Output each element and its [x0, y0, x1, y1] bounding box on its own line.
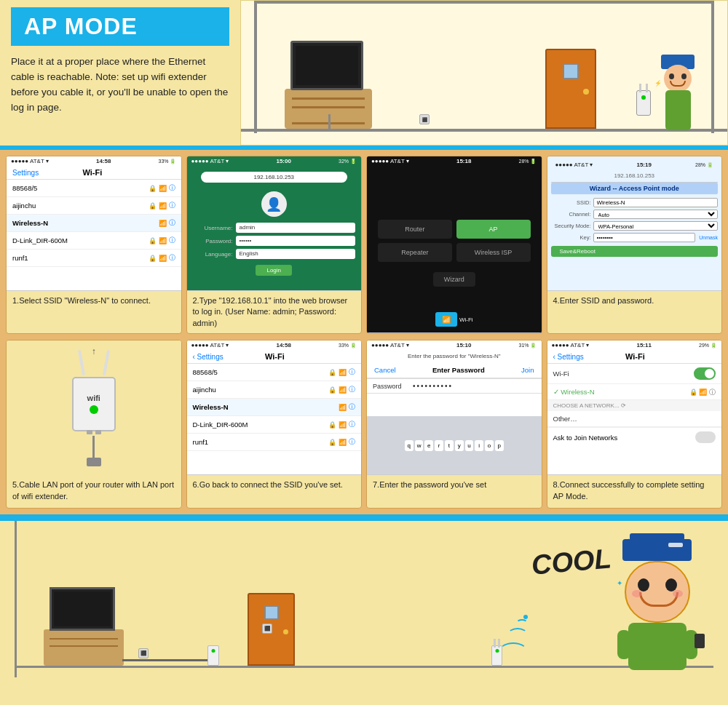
back-btn-6[interactable]: ‹ Settings	[193, 353, 223, 361]
top-description: Place it at a proper place where the Eth…	[11, 55, 229, 116]
steps-row-1: ●●●●● AT&T ▾ 14:58 33% 🔋 Settings Wi-Fi …	[6, 156, 722, 334]
wifi-item-wireless-n-1[interactable]: Wireless-N 📶ⓘ	[7, 215, 181, 232]
steps-row-2: wifi ↑ 5.Cable LAN p	[6, 340, 722, 509]
step-1-description: 1.Select SSID "Wireless-N" to connect.	[7, 291, 181, 324]
step-6-screen: ●●●●● AT&T ▾ 14:58 33% 🔋 ‹ Settings Wi-F…	[187, 340, 362, 475]
wifi-item-runf1[interactable]: runf1 🔒📶ⓘ	[7, 250, 181, 267]
cool-character-area: COOL ✦ ✧ ✦	[622, 532, 692, 670]
pw-label: Password	[373, 383, 413, 390]
room-illustration-top: ⬛	[240, 0, 728, 146]
pw-hint: Enter the password for "Wireless-N"	[367, 350, 542, 362]
carrier-7: ●●●●● AT&T ▾	[371, 342, 409, 348]
step-6-card: ●●●●● AT&T ▾ 14:58 33% 🔋 ‹ Settings Wi-F…	[186, 340, 363, 509]
join-btn[interactable]: Join	[521, 366, 534, 374]
battery-1: 33% 🔋	[159, 159, 177, 164]
carrier-6: ●●●●● AT&T ▾	[191, 342, 229, 348]
step-8-card: ●●●●● AT&T ▾ 15:11 29% 🔋 ‹ Settings Wi-F…	[547, 340, 723, 509]
outlet-bottom-tv: ⬛	[138, 648, 149, 658]
time-1: 14:58	[96, 158, 111, 164]
username-input[interactable]: admin	[236, 223, 356, 233]
wifi-item-runf1-6[interactable]: runf1 🔒📶ⓘ	[187, 434, 362, 451]
step-7-screen: ●●●●● AT&T ▾ 15:10 31% 🔋 Enter the passw…	[367, 340, 542, 475]
key-input[interactable]	[593, 233, 696, 242]
save-reboot-btn[interactable]: Save&Reboot	[551, 246, 719, 257]
extender-bottom-mid	[207, 645, 219, 666]
ssid-input[interactable]	[593, 198, 719, 207]
step-4-screen: ●●●●● AT&T ▾ 15:19 28% 🔋 192.168.10.253 …	[547, 156, 722, 291]
step-1-screen: ●●●●● AT&T ▾ 14:58 33% 🔋 Settings Wi-Fi …	[7, 156, 181, 291]
wireless-isp-btn[interactable]: Wireless ISP	[456, 243, 531, 262]
wifi-title-1: Wi-Fi	[82, 168, 102, 177]
enter-password-title: Enter Password	[432, 366, 485, 374]
repeater-btn[interactable]: Repeater	[378, 243, 452, 262]
ask-join-toggle[interactable]	[695, 431, 716, 443]
steps-section: ●●●●● AT&T ▾ 14:58 33% 🔋 Settings Wi-Fi …	[0, 150, 728, 514]
wifi-item-dlink[interactable]: D-Link_DIR-600M 🔒📶ⓘ	[7, 232, 181, 250]
back-btn-8[interactable]: ‹ Settings	[553, 353, 584, 361]
wifi-item-88568[interactable]: 88568/5 🔒📶ⓘ	[7, 180, 181, 197]
carrier-1: ●●●●● AT&T ▾	[11, 158, 49, 164]
time-2: 15:00	[276, 158, 290, 164]
step-2-card: ●●●●● AT&T ▾ 15:00 32% 🔋 192.168.10.253 …	[186, 156, 363, 334]
step-4-card: ●●●●● AT&T ▾ 15:19 28% 🔋 192.168.10.253 …	[547, 156, 723, 334]
url-bar[interactable]: 192.168.10.253	[201, 172, 347, 183]
ap-btn[interactable]: AP	[456, 220, 531, 239]
connected-network[interactable]: ✓ Wireless-N 🔒 📶 ⓘ	[547, 384, 722, 400]
time-6: 14:58	[276, 342, 290, 348]
wifi-item-dlink-6[interactable]: D-Link_DIR-600M 🔒📶ⓘ	[187, 416, 362, 434]
other-option[interactable]: Other…	[547, 411, 722, 427]
security-select[interactable]: WPA-Personal	[593, 221, 719, 231]
bottom-room-illustration: ⬛ ⬛ COOL	[0, 521, 728, 679]
top-section: AP MODE Place it at a proper place where…	[0, 0, 728, 146]
router-btn[interactable]: Router	[378, 220, 452, 239]
step-2-description: 2.Type "192.168.10.1" into the web brows…	[187, 291, 362, 333]
ap-mode-banner: AP MODE	[11, 7, 229, 46]
step-5-card: wifi ↑ 5.Cable LAN p	[6, 340, 182, 509]
step-3-screen: ●●●●● AT&T ▾ 15:18 28% 🔋 Router AP Repea…	[367, 156, 542, 333]
wizard-btn-ap[interactable]: Wizard	[433, 272, 475, 287]
step-2-screen: ●●●●● AT&T ▾ 15:00 32% 🔋 192.168.10.253 …	[187, 156, 362, 291]
tv	[290, 41, 363, 90]
extender-wall-right	[636, 90, 651, 116]
channel-select[interactable]: Auto	[593, 210, 719, 219]
key-label: Key:	[551, 234, 591, 241]
step-1-card: ●●●●● AT&T ▾ 14:58 33% 🔋 Settings Wi-Fi …	[6, 156, 182, 334]
step-6-description: 6.Go back to connect the SSID you've set…	[187, 475, 362, 508]
step-5-description: 5.Cable LAN port of your router with LAN…	[7, 475, 181, 508]
step-3-card: ●●●●● AT&T ▾ 15:18 28% 🔋 Router AP Repea…	[366, 156, 542, 334]
extender-right-wall-bottom	[491, 645, 502, 666]
wizard-title: Wizard -- Access Point mode	[551, 183, 719, 194]
battery-8: 29% 🔋	[699, 343, 717, 348]
password-label: Password:	[193, 238, 233, 244]
wifi-item-wireless-n-6[interactable]: Wireless-N 📶ⓘ	[187, 399, 362, 416]
cool-text: COOL	[531, 543, 613, 581]
language-input[interactable]: English	[236, 249, 356, 259]
username-label: Username:	[193, 225, 233, 231]
wifi-item-88568-6[interactable]: 88568/5 🔒📶ⓘ	[187, 364, 362, 381]
step-3-description: 3.Choose AP Mode	[367, 333, 542, 334]
time-3: 15:18	[456, 158, 471, 164]
wifi-signal-bottom	[511, 615, 540, 661]
wifi-toggle[interactable]	[694, 367, 716, 380]
outlet-bottom-door: ⬛	[262, 624, 272, 634]
step-7-card: ●●●●● AT&T ▾ 15:10 31% 🔋 Enter the passw…	[366, 340, 542, 509]
wifi-item-aijinchu-6[interactable]: aijinchu 🔒📶ⓘ	[187, 381, 362, 399]
battery-3: 28% 🔋	[519, 159, 537, 164]
outlet: ⬛	[419, 114, 430, 124]
wifi-item-aijinchu[interactable]: aijinchu 🔒📶ⓘ	[7, 197, 181, 215]
login-button[interactable]: Login	[256, 265, 292, 276]
time-4: 15:19	[636, 162, 651, 168]
carrier-4: ●●●●● AT&T ▾	[555, 162, 593, 168]
wifi-toggle-label: Wi-Fi	[553, 370, 569, 378]
back-btn-1[interactable]: Settings	[12, 169, 39, 177]
step-8-description: 8.Connect successfully to complete setti…	[547, 475, 722, 508]
person-character-top	[658, 65, 698, 130]
step-7-description: 7.Enter the password you've set	[367, 475, 542, 508]
password-input[interactable]: ••••••	[236, 236, 356, 246]
step-5-illustration: wifi ↑	[7, 340, 181, 475]
cancel-btn[interactable]: Cancel	[374, 366, 396, 374]
carrier-3: ●●●●● AT&T ▾	[371, 158, 409, 164]
ask-to-join-label: Ask to Join Networks	[553, 434, 618, 442]
security-label: Security Mode:	[551, 223, 591, 229]
login-avatar: 👤	[261, 191, 287, 217]
